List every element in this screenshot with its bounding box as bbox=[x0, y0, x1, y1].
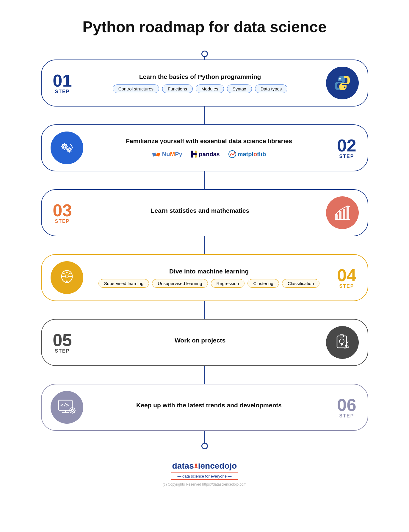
tag-clustering: Clustering bbox=[247, 279, 279, 288]
pandas-text: pandas bbox=[199, 151, 220, 158]
numpy-icon-svg bbox=[152, 150, 160, 158]
step-number-2: 02 STEP bbox=[335, 137, 359, 159]
step-number-1: 01 STEP bbox=[51, 72, 74, 94]
step-content-4: Dive into machine learning Supervised le… bbox=[88, 268, 330, 288]
svg-point-27 bbox=[66, 281, 68, 282]
code-icon-circle: </> bbox=[51, 391, 83, 424]
step-title-3: Learn statistics and mathematics bbox=[151, 207, 249, 214]
logo-sci: s ience bbox=[189, 461, 219, 471]
svg-rect-11 bbox=[191, 153, 197, 155]
python-icon-circle bbox=[326, 67, 359, 99]
tags-row-1: Control structures Functions Modules Syn… bbox=[113, 85, 288, 93]
step-number-4: 04 STEP bbox=[335, 267, 359, 289]
page-title: Python roadmap for data science bbox=[82, 18, 327, 36]
person-icon-svg bbox=[194, 463, 198, 469]
svg-rect-13 bbox=[335, 214, 338, 220]
step-title-1: Learn the basics of Python programming bbox=[139, 73, 261, 80]
brain-icon-svg bbox=[57, 268, 76, 287]
svg-text:</>: </> bbox=[60, 402, 69, 408]
tags-row-4: Supervised learning Unsupervised learnin… bbox=[98, 279, 320, 288]
svg-point-3 bbox=[63, 145, 66, 148]
tag-control-structures: Control structures bbox=[113, 85, 159, 93]
projects-icon-svg bbox=[333, 334, 351, 351]
step-row-6: </> Keep up with t bbox=[41, 384, 368, 431]
step-card-3: 03 STEP Learn statistics and mathematics bbox=[41, 189, 368, 236]
top-connector-circle bbox=[201, 51, 208, 57]
python-logo-svg bbox=[333, 74, 351, 92]
svg-rect-16 bbox=[347, 206, 349, 220]
matplotlib-logo: matplotlib bbox=[228, 150, 266, 158]
steps-wrapper: 01 STEP Learn the basics of Python progr… bbox=[41, 51, 368, 449]
step-row-1: 01 STEP Learn the basics of Python progr… bbox=[41, 60, 368, 107]
step-content-5: Work on projects bbox=[79, 337, 321, 348]
step-card-2: Familiarize yourself with essential data… bbox=[41, 124, 368, 171]
footer: data s ience dojo — data science for eve… bbox=[163, 461, 246, 486]
gear-icon-circle bbox=[51, 132, 83, 164]
step-label-6: STEP bbox=[339, 414, 354, 418]
step-content-3: Learn statistics and mathematics bbox=[79, 207, 321, 218]
step-num-value-4: 04 bbox=[337, 267, 356, 284]
svg-rect-7 bbox=[152, 153, 156, 157]
step-num-value-1: 01 bbox=[53, 72, 72, 89]
svg-rect-15 bbox=[343, 209, 345, 220]
logo-data: data bbox=[172, 461, 189, 471]
svg-point-1 bbox=[344, 87, 345, 88]
tag-unsupervised: Unsupervised learning bbox=[152, 279, 208, 288]
svg-point-34 bbox=[339, 339, 344, 344]
matplotlib-icon-svg bbox=[228, 150, 236, 158]
step-row-3: 03 STEP Learn statistics and mathematics bbox=[41, 189, 368, 236]
footer-copyright: (c) Copyrights Reserved https://datascie… bbox=[163, 482, 246, 486]
step-num-value-3: 03 bbox=[53, 202, 72, 219]
step-label-5: STEP bbox=[55, 349, 70, 353]
tag-classification: Classification bbox=[282, 279, 319, 288]
svg-marker-6 bbox=[71, 147, 73, 148]
step-content-2: Familiarize yourself with essential data… bbox=[88, 137, 330, 158]
logo-dojo: dojo bbox=[219, 461, 237, 471]
svg-rect-8 bbox=[156, 153, 160, 157]
svg-point-24 bbox=[66, 272, 68, 273]
pandas-logo: pandas bbox=[191, 150, 220, 158]
step-row-5: 05 STEP Work on projects bbox=[41, 319, 368, 366]
logo-sci-text: s bbox=[189, 461, 194, 471]
step-number-3: 03 STEP bbox=[51, 202, 74, 224]
svg-point-30 bbox=[69, 273, 70, 274]
tag-syntax: Syntax bbox=[227, 85, 252, 93]
step-num-value-2: 02 bbox=[337, 137, 356, 154]
step-label-4: STEP bbox=[339, 284, 354, 289]
step-num-value-6: 06 bbox=[337, 396, 356, 414]
step-row-2: Familiarize yourself with essential data… bbox=[41, 124, 368, 171]
svg-rect-14 bbox=[339, 211, 341, 220]
step-content-6: Keep up with the latest trends and devel… bbox=[88, 402, 330, 413]
step-card-6: </> Keep up with t bbox=[41, 384, 368, 431]
code-icon-svg: </> bbox=[57, 399, 76, 416]
svg-point-25 bbox=[70, 276, 72, 277]
steps-inner: 01 STEP Learn the basics of Python progr… bbox=[41, 51, 368, 449]
step-number-6: 06 STEP bbox=[335, 396, 359, 418]
footer-logo: data s ience dojo bbox=[172, 461, 237, 471]
step-card-4: Dive into machine learning Supervised le… bbox=[41, 254, 368, 301]
footer-tagline: — data science for everyone — bbox=[171, 472, 237, 480]
step-title-2: Familiarize yourself with essential data… bbox=[126, 137, 292, 145]
step-content-1: Learn the basics of Python programming C… bbox=[79, 73, 321, 93]
tag-data-types: Data types bbox=[255, 85, 288, 93]
chart-icon-circle bbox=[326, 196, 359, 229]
step-title-4: Dive into machine learning bbox=[169, 268, 249, 275]
logo-ience-text: ience bbox=[198, 461, 220, 471]
step-card-5: 05 STEP Work on projects bbox=[41, 319, 368, 366]
pandas-icon-svg bbox=[191, 150, 197, 158]
step-num-value-5: 05 bbox=[53, 331, 72, 349]
svg-point-2 bbox=[62, 144, 67, 149]
step-number-5: 05 STEP bbox=[51, 331, 74, 353]
tag-regression: Regression bbox=[211, 279, 245, 288]
step-row-4: Dive into machine learning Supervised le… bbox=[41, 254, 368, 301]
step-label-1: STEP bbox=[55, 89, 70, 94]
projects-icon-circle bbox=[326, 326, 359, 359]
brain-icon-circle bbox=[51, 261, 83, 294]
tag-modules: Modules bbox=[196, 85, 224, 93]
svg-point-31 bbox=[63, 273, 65, 274]
step-label-3: STEP bbox=[55, 219, 70, 224]
svg-point-54 bbox=[195, 464, 197, 466]
step-label-2: STEP bbox=[339, 154, 354, 159]
svg-point-0 bbox=[339, 78, 341, 80]
tag-supervised: Supervised learning bbox=[98, 279, 149, 288]
